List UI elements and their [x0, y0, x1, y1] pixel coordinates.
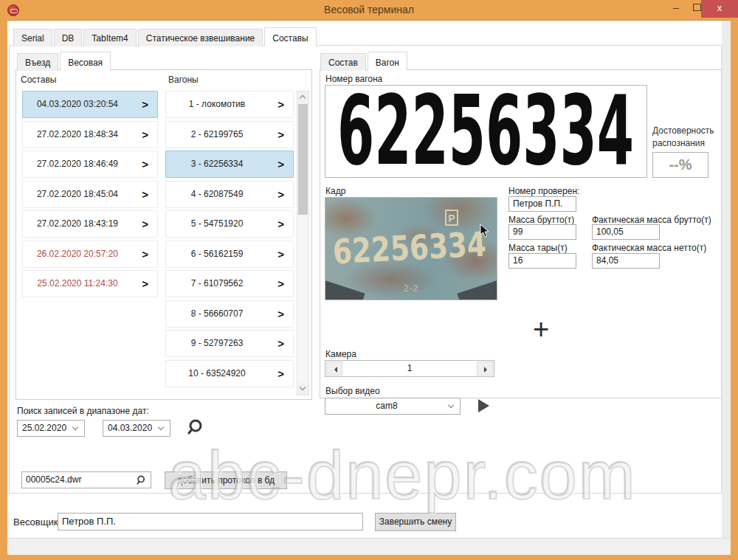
wagon-row[interactable]: 6 - 56162159> [165, 241, 294, 268]
chevron-right-icon: > [142, 122, 148, 148]
wagon-number-text: 62256334 [337, 86, 634, 177]
camera-prev-button[interactable] [326, 362, 342, 376]
search-dates-button[interactable] [187, 418, 206, 437]
arrow-left-icon [331, 367, 337, 373]
actual-net-field[interactable]: 84,05 [592, 253, 660, 269]
gross-label: Масса брутто(т) [508, 215, 574, 225]
tab-sostav[interactable]: Состав [320, 53, 366, 71]
camera-label: Камера [325, 349, 356, 359]
tare-field[interactable]: 16 [508, 253, 576, 269]
sostav-row[interactable]: 27.02.2020 18:46:49> [22, 151, 158, 178]
maximize-icon [693, 4, 701, 11]
vagony-list-label: Вагоны [168, 75, 199, 85]
actual-gross-field[interactable]: 100,05 [592, 224, 660, 240]
chevron-down-icon [155, 422, 168, 435]
date-to-combobox[interactable]: 04.03.2020 [103, 420, 170, 437]
chevron-down-icon [69, 422, 83, 435]
left-subtabs: ВъездВесовая [17, 52, 112, 71]
date-from-combobox[interactable]: 25.02.2020 [17, 420, 85, 437]
gross-field[interactable]: 99 [508, 224, 576, 240]
chevron-right-icon: > [142, 211, 148, 237]
scroll-up-button[interactable] [297, 91, 308, 103]
video-combobox[interactable]: cam8 [325, 398, 461, 415]
search-icon [187, 418, 206, 437]
camera-next-button[interactable] [477, 362, 493, 376]
wagon-row[interactable]: 5 - 54751920> [165, 210, 294, 238]
sostavy-list-label: Составы [21, 75, 56, 85]
add-protocol-button[interactable]: добавить протокол в бд [165, 471, 287, 489]
actual-gross-label: Фактическая масса брутто(т) [592, 215, 711, 225]
wagon-row[interactable]: 7 - 61079562> [165, 270, 294, 297]
wagon-row[interactable]: 10 - 63524920> [165, 360, 294, 387]
tab-entry[interactable]: Въезд [17, 53, 58, 71]
chevron-right-icon: > [277, 211, 284, 237]
actual-net-label: Фактическая масса нетто(т) [592, 243, 706, 253]
wagon-row[interactable]: 9 - 52797263> [165, 330, 294, 357]
camera-scrollbar[interactable]: 1 [325, 360, 494, 377]
svg-text:62256334: 62256334 [332, 226, 488, 271]
chevron-right-icon: > [142, 182, 148, 207]
wagon-row[interactable]: 1 - локомотив> [165, 91, 294, 118]
photo-number: 62256334 [328, 226, 492, 274]
status-bar [7, 538, 731, 555]
sostav-row[interactable]: 25.02.2020 11:24:30> [22, 270, 158, 297]
add-button[interactable]: + [533, 314, 549, 345]
chevron-right-icon: > [277, 151, 284, 177]
sostav-row[interactable]: 04.03.2020 03:20:54> [22, 91, 158, 118]
wagon-photo: 62256334 P 2-2 [325, 197, 497, 300]
scroll-down-button[interactable] [297, 383, 308, 395]
lists-groupbox: Составы Вагоны 04.03.2020 03:20:54> 27.0… [15, 69, 312, 400]
chevron-up-icon [300, 95, 306, 101]
chevron-right-icon: > [277, 91, 284, 117]
photo-symbol: P [445, 210, 458, 226]
weigher-label: Весовщик: [13, 516, 61, 528]
chevron-right-icon: > [277, 331, 284, 356]
play-button[interactable] [478, 399, 489, 412]
wagon-number-display: 62256334 [325, 85, 647, 178]
close-button[interactable]: x [701, 0, 738, 18]
file-name-field[interactable]: 00005c24.dwr [21, 471, 151, 488]
wagon-row[interactable]: 8 - 56660707> [165, 300, 294, 328]
tab-serial[interactable]: Serial [13, 29, 52, 46]
frame-label: Кадр [325, 186, 345, 196]
weigher-field[interactable]: Петров П.П. [58, 513, 363, 530]
window-title: Весовой терминал [0, 4, 738, 15]
end-shift-button[interactable]: Завершить смену [375, 513, 456, 531]
wagon-row[interactable]: 2 - 62199765> [165, 121, 294, 148]
camera-current: 1 [343, 361, 476, 376]
sostav-row[interactable]: 27.02.2020 18:45:04> [22, 181, 158, 208]
chevron-right-icon: > [277, 301, 284, 327]
chevron-right-icon: > [277, 361, 284, 387]
wagon-number-label: Номер вагона [325, 74, 382, 84]
chevron-right-icon: > [277, 271, 284, 297]
arrow-right-icon [484, 367, 490, 373]
tab-sostavy[interactable]: Составы [264, 27, 316, 46]
scrollbar-thumb[interactable] [298, 104, 308, 215]
chevron-down-icon [300, 384, 306, 390]
date-range-label: Поиск записей в диапазоне дат: [17, 406, 149, 416]
wagon-row[interactable]: 4 - 62087549> [165, 181, 294, 208]
minimize-button[interactable]: – [666, 0, 686, 16]
tab-tabitem4[interactable]: TabItem4 [83, 29, 136, 46]
sostavy-tab-page: ВъездВесовая Составы Вагоны 04.03.2020 0… [9, 45, 722, 494]
tab-scale[interactable]: Весовая [60, 52, 111, 71]
vagon-panel: Номер вагона 62256334 Достоверность расп… [320, 69, 722, 398]
sostav-row[interactable]: 27.02.2020 18:43:19> [22, 210, 158, 238]
right-subtabs: СоставВагон [320, 52, 409, 71]
chevron-right-icon: > [142, 241, 148, 267]
tab-vagon[interactable]: Вагон [368, 52, 407, 71]
photo-mark: 2-2 [325, 283, 497, 294]
sostav-row[interactable]: 27.02.2020 18:48:34> [22, 121, 158, 148]
checked-by-label: Номер проверен: [508, 186, 579, 196]
confidence-value: --% [652, 152, 708, 178]
video-select-label: Выбор видео [325, 386, 380, 396]
sostav-row[interactable]: 26.02.2020 20:57:20> [22, 241, 158, 268]
tab-db[interactable]: DB [54, 29, 83, 46]
chevron-right-icon: > [277, 122, 284, 148]
checked-by-field[interactable]: Петров П.П. [508, 196, 576, 212]
right-margin [722, 21, 731, 555]
tab-static-weighing[interactable]: Статическое взвешивание [138, 29, 263, 46]
wagon-row[interactable]: 3 - 62256334> [165, 151, 294, 178]
chevron-right-icon: > [277, 182, 284, 207]
wagon-list-scrollbar[interactable] [297, 91, 309, 395]
